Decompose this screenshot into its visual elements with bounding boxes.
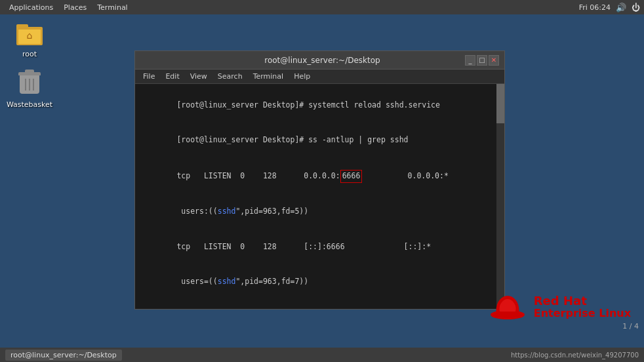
trash-body (20, 75, 39, 94)
page-indicator: 1 / 4 (622, 322, 639, 331)
redhat-text: Red Hat Enterprise Linux (534, 294, 631, 319)
terminal-line-2: [root@linux_server Desktop]# ss -antlup … (140, 123, 499, 157)
taskbar-active-window[interactable]: root@linux_server:~/Desktop (5, 350, 122, 361)
maximize-button[interactable]: □ (477, 55, 487, 66)
port-highlight: 6666 (340, 170, 363, 183)
places-label: Places (64, 3, 87, 12)
applications-label: Applications (9, 3, 53, 12)
redhat-bottom-text: Enterprise Linux (534, 308, 631, 319)
redhat-hat-icon (490, 292, 526, 321)
desktop-icon-wastebasket[interactable]: Wastebasket (7, 71, 52, 109)
menu-help[interactable]: Help (289, 71, 315, 82)
top-bar-left: Applications Places Terminal (4, 2, 133, 13)
taskbar-url: https://blog.csdn.net/weixin_49207700 (511, 352, 639, 359)
folder-inner: ⌂ (18, 30, 41, 44)
clock: Fri 06:24 (579, 3, 611, 12)
trash-lid (18, 72, 41, 75)
terminal-menubar: File Edit View Search Terminal Help (135, 70, 504, 84)
folder-icon-img: ⌂ (16, 21, 43, 47)
trash-line-2 (29, 79, 30, 90)
terminal-line-3: tcp LISTEN 0 128 0.0.0.0:6666 0.0.0.0:* (140, 158, 499, 194)
power-icon[interactable]: ⏻ (632, 3, 640, 12)
terminal-window-title: root@linux_server:~/Desktop (180, 56, 465, 65)
terminal-menu[interactable]: Terminal (92, 2, 133, 13)
taskbar-right: https://blog.csdn.net/weixin_49207700 (511, 352, 639, 359)
redhat-top-text: Red Hat (534, 294, 587, 308)
menu-search[interactable]: Search (212, 71, 248, 82)
taskbar: root@linux_server:~/Desktop https://blog… (0, 348, 644, 362)
trash-line-1 (25, 79, 26, 90)
desktop-icon-root[interactable]: ⌂ root (7, 21, 52, 58)
redhat-logo: Red Hat Enterprise Linux (490, 292, 631, 321)
desktop-icons: ⌂ root Wastebasket (7, 21, 52, 109)
window-controls: _ □ ✕ (465, 55, 499, 66)
scrollbar-thumb[interactable] (496, 84, 504, 123)
home-symbol: ⌂ (27, 31, 33, 40)
close-button[interactable]: ✕ (489, 55, 499, 66)
terminal-label: Terminal (97, 3, 128, 12)
desktop: ⌂ root Wastebasket (0, 14, 644, 348)
menu-file[interactable]: File (138, 71, 160, 82)
trash-icon-img (16, 71, 43, 98)
terminal-scrollbar[interactable] (496, 84, 504, 309)
terminal-window: root@linux_server:~/Desktop _ □ ✕ File E… (134, 50, 505, 310)
places-menu[interactable]: Places (58, 2, 92, 13)
terminal-content[interactable]: [root@linux_server Desktop]# systemctl r… (135, 84, 504, 309)
applications-menu[interactable]: Applications (4, 2, 58, 13)
minimize-button[interactable]: _ (465, 55, 475, 66)
trash-line-3 (33, 79, 34, 90)
root-icon-label: root (22, 50, 37, 58)
taskbar-left: root@linux_server:~/Desktop (5, 350, 122, 361)
terminal-line-1: [root@linux_server Desktop]# systemctl r… (140, 88, 499, 123)
terminal-titlebar: root@linux_server:~/Desktop _ □ ✕ (135, 51, 504, 70)
top-menubar: Applications Places Terminal Fri 06:24 🔊… (0, 0, 644, 14)
menu-view[interactable]: View (185, 71, 212, 82)
menu-edit[interactable]: Edit (160, 71, 184, 82)
terminal-line-4: users:((sshd",pid=963,fd=5)) (140, 194, 499, 229)
terminal-line-7: [root@linux_server Desktop]# (140, 300, 499, 309)
terminal-line-6: users=((sshd",pid=963,fd=7)) (140, 264, 499, 299)
folder-shape: ⌂ (16, 23, 43, 45)
wastebasket-icon-label: Wastebasket (7, 100, 52, 109)
top-bar-right: Fri 06:24 🔊 ⏻ (579, 3, 640, 12)
trash-shape (18, 72, 41, 97)
volume-icon[interactable]: 🔊 (616, 3, 626, 12)
terminal-line-5: tcp LISTEN 0 128 [::]:6666 [::]:* (140, 230, 499, 264)
menu-terminal[interactable]: Terminal (248, 71, 289, 82)
